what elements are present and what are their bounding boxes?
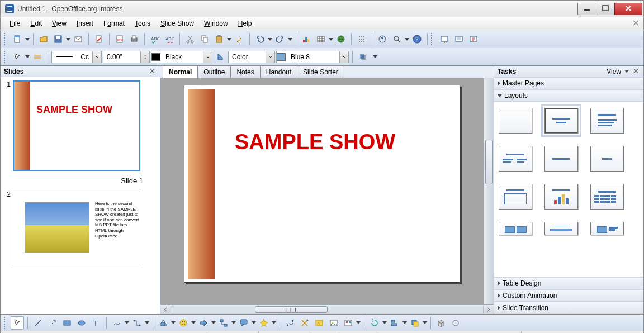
paste-dropdown-icon[interactable] — [227, 38, 231, 41]
menu-tools[interactable]: Tools — [130, 18, 155, 28]
menu-insert[interactable]: Insert — [72, 18, 98, 28]
save-dropdown-icon[interactable] — [66, 38, 70, 41]
hyperlink-button[interactable] — [334, 32, 348, 46]
dropdown-icon[interactable] — [423, 321, 427, 324]
horizontal-scrollbar[interactable]: | | | — [160, 304, 494, 314]
align-tool[interactable] — [388, 316, 401, 330]
close-icon[interactable] — [632, 68, 640, 75]
export-pdf-button[interactable]: PDF — [113, 32, 126, 46]
line-width-combo[interactable]: 0.00" — [103, 51, 150, 63]
dropdown-icon[interactable] — [356, 321, 361, 324]
spinner-icon[interactable] — [140, 51, 149, 63]
arrow-dropdown-icon[interactable] — [25, 55, 30, 58]
autospell-button[interactable]: ABC — [163, 32, 176, 46]
task-section-slide-transition[interactable]: Slide Transition — [494, 302, 643, 314]
dropdown-icon[interactable] — [252, 321, 256, 324]
rotate-tool[interactable] — [368, 316, 381, 330]
edit-file-button[interactable] — [92, 32, 106, 46]
dropdown-icon[interactable] — [231, 321, 236, 324]
dropdown-icon[interactable] — [402, 321, 407, 324]
scroll-thumb[interactable] — [485, 140, 493, 184]
menu-view[interactable]: View — [48, 18, 71, 28]
fill-kind-combo[interactable]: Color — [228, 51, 275, 63]
line-style-button[interactable] — [31, 50, 44, 64]
slides-list[interactable]: 1 SAMPLE SHOW Slide 1 2 Here is the seco… — [1, 77, 160, 314]
undo-dropdown-icon[interactable] — [268, 38, 272, 41]
toolbar-grip[interactable] — [4, 33, 7, 45]
symbol-shapes-tool[interactable] — [177, 316, 190, 330]
dropdown-icon[interactable] — [211, 321, 216, 324]
layout-two-content[interactable] — [499, 146, 532, 172]
scroll-left-icon[interactable] — [160, 305, 171, 314]
canvas-viewport[interactable]: SAMPLE SHOW — [160, 78, 484, 304]
arrange-tool[interactable] — [408, 316, 422, 330]
task-section-custom-animation[interactable]: Custom Animation — [494, 289, 643, 302]
presentation-slide-button-3[interactable] — [467, 32, 480, 46]
undo-button[interactable] — [253, 32, 267, 46]
grid-button[interactable] — [355, 32, 368, 46]
toolbar-grip[interactable] — [4, 317, 7, 329]
layout-blank[interactable] — [499, 108, 532, 134]
layout-variant-b[interactable] — [544, 222, 578, 235]
task-section-table-design[interactable]: Table Design — [494, 277, 643, 289]
toolbar-overflow-icon[interactable] — [373, 55, 377, 58]
interaction-tool[interactable] — [449, 316, 462, 330]
scroll-right-icon[interactable] — [484, 305, 494, 314]
menu-format[interactable]: Format — [99, 18, 129, 28]
layout-title-chart[interactable] — [544, 184, 578, 210]
chevron-down-icon[interactable] — [92, 51, 101, 63]
slide-canvas[interactable]: SAMPLE SHOW — [184, 85, 460, 283]
chevron-down-icon[interactable] — [266, 51, 274, 63]
fill-color-combo[interactable]: Blue 8 — [276, 51, 349, 63]
presentation-slide-button-1[interactable] — [438, 32, 451, 46]
format-paintbrush-button[interactable] — [233, 32, 246, 46]
line-color-combo[interactable]: Black — [151, 51, 212, 63]
maximize-button[interactable] — [596, 3, 615, 15]
basic-shapes-tool[interactable] — [157, 316, 170, 330]
presentation-slide-button-2[interactable] — [452, 32, 466, 46]
redo-dropdown-icon[interactable] — [288, 38, 292, 41]
scroll-thumb[interactable]: | | | — [255, 306, 328, 313]
points-tool[interactable] — [283, 316, 297, 330]
menu-file[interactable]: File — [5, 18, 25, 28]
thumbnail[interactable]: SAMPLE SHOW — [13, 80, 140, 171]
email-button[interactable] — [72, 32, 85, 46]
tasks-view-menu[interactable]: View — [607, 68, 621, 75]
tab-handout[interactable]: Handout — [260, 66, 297, 78]
arrow-style-combo[interactable]: Cc — [51, 51, 102, 63]
copy-button[interactable] — [198, 32, 211, 46]
tab-slidesorter[interactable]: Slide Sorter — [297, 66, 344, 78]
gallery-tool[interactable] — [342, 316, 355, 330]
task-section-master-pages[interactable]: Master Pages — [494, 77, 643, 89]
block-arrows-tool[interactable] — [197, 316, 210, 330]
tab-notes[interactable]: Notes — [230, 66, 260, 78]
dropdown-icon[interactable] — [191, 321, 196, 324]
dropdown-icon[interactable] — [145, 321, 149, 324]
layout-variant-c[interactable] — [590, 222, 624, 235]
navigator-button[interactable] — [376, 32, 389, 46]
text-tool[interactable]: T — [89, 316, 103, 330]
slide-thumb-1[interactable]: 1 SAMPLE SHOW — [4, 80, 157, 171]
fontwork-tool[interactable]: A — [312, 316, 326, 330]
layout-title-object[interactable] — [499, 184, 532, 210]
menubar-close-icon[interactable] — [632, 20, 640, 27]
thumbnail[interactable]: Here is the second slide in the SAMPLE S… — [13, 191, 140, 264]
print-button[interactable] — [127, 32, 141, 46]
ellipse-tool[interactable] — [75, 316, 88, 330]
extrusion-tool[interactable] — [434, 316, 448, 330]
area-button[interactable] — [214, 50, 227, 64]
task-section-layouts[interactable]: Layouts — [494, 89, 643, 102]
table-dropdown-icon[interactable] — [329, 38, 333, 41]
layout-title-bullets[interactable] — [590, 108, 624, 134]
chevron-down-icon[interactable] — [339, 51, 348, 63]
close-button[interactable] — [614, 3, 642, 15]
toolbar-grip[interactable] — [4, 51, 7, 63]
save-button[interactable] — [51, 32, 65, 46]
dropdown-icon[interactable] — [272, 321, 276, 324]
cut-button[interactable] — [183, 32, 197, 46]
tab-normal[interactable]: Normal — [163, 66, 198, 78]
close-icon[interactable] — [149, 68, 157, 75]
line-tool[interactable] — [31, 316, 45, 330]
slide-thumb-2[interactable]: 2 Here is the second slide in the SAMPLE… — [4, 191, 157, 264]
dropdown-icon[interactable] — [382, 321, 387, 324]
